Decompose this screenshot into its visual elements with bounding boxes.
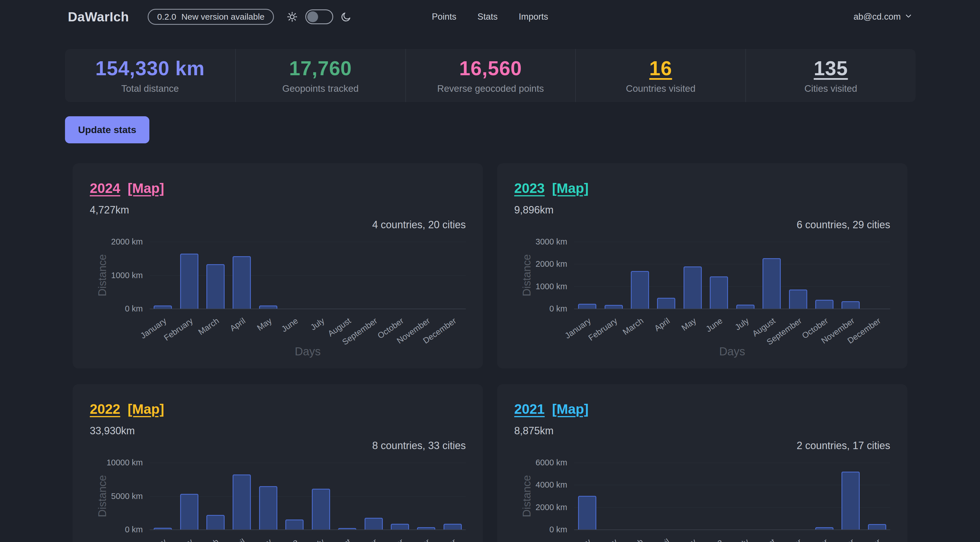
year-card-2022: 2022 [Map] 33,930km 8 countries, 33 citi…	[73, 384, 483, 542]
gridline	[574, 308, 890, 309]
x-tick-label: May	[255, 316, 274, 332]
x-tick-label: May	[680, 316, 698, 332]
stat-label-countries-visited: Countries visited	[626, 83, 695, 94]
x-axis-title: Days	[719, 345, 745, 358]
bar-chart-2022: 0 km5000 km10000 kmJanuaryFebruaryMarchA…	[90, 458, 466, 542]
bar	[285, 520, 304, 529]
bar	[232, 474, 251, 529]
year-link-2023[interactable]: 2023	[514, 180, 545, 196]
x-tick-label: August	[751, 537, 777, 542]
bar	[154, 528, 172, 529]
update-stats-button[interactable]: Update stats	[65, 116, 150, 143]
stat-total-distance: 154,330 km Total distance	[65, 49, 235, 102]
y-axis-title: Distance	[521, 475, 533, 517]
gridline	[574, 529, 890, 530]
year-link-2022[interactable]: 2022	[90, 401, 120, 417]
bar	[684, 267, 702, 308]
x-axis-title: Days	[295, 345, 321, 358]
stat-value-reverse-geocoded: 16,560	[459, 57, 522, 80]
bar	[815, 527, 834, 529]
stat-reverse-geocoded: 16,560 Reverse geocoded points	[405, 49, 576, 102]
year-countries-cities: 4 countries, 20 cities	[90, 219, 466, 231]
stat-value-total-distance: 154,330 km	[95, 57, 205, 80]
x-tick-label: May	[680, 537, 698, 542]
y-tick-label: 6000 km	[514, 458, 567, 467]
bar	[259, 486, 277, 529]
year-link-2024[interactable]: 2024	[90, 180, 120, 196]
moon-icon	[340, 11, 352, 22]
gridline	[574, 242, 890, 242]
stat-value-cities-visited[interactable]: 135	[814, 57, 848, 80]
stat-value-countries-visited[interactable]: 16	[649, 57, 672, 80]
version-badge[interactable]: 0.2.0 New version available	[148, 9, 274, 25]
bar	[842, 472, 860, 529]
y-tick-label: 2000 km	[90, 237, 143, 246]
bar	[180, 254, 198, 308]
year-link-2021[interactable]: 2021	[514, 401, 545, 417]
x-tick-label: April	[228, 316, 247, 333]
bar-chart-2021: 0 km2000 km4000 km6000 kmJanuaryFebruary…	[514, 458, 890, 542]
map-link-2021[interactable]: [Map]	[552, 401, 589, 417]
x-tick-label: July	[309, 316, 326, 332]
main-nav: Points Stats Imports	[432, 12, 548, 22]
x-tick-label: October	[800, 537, 829, 542]
nav-points[interactable]: Points	[432, 12, 457, 22]
stat-label-reverse-geocoded: Reverse geocoded points	[437, 83, 544, 94]
version-number: 0.2.0	[157, 12, 176, 22]
x-tick-label: June	[704, 316, 724, 334]
bar	[842, 301, 860, 308]
bar	[180, 494, 198, 529]
gridline	[574, 286, 890, 287]
year-countries-cities: 2 countries, 17 cities	[514, 440, 890, 452]
bar	[789, 289, 807, 308]
nav-imports[interactable]: Imports	[519, 12, 548, 22]
gridline	[574, 463, 890, 463]
bar	[391, 524, 409, 529]
x-tick-label: April	[653, 537, 671, 542]
bar	[762, 258, 781, 308]
x-tick-label: January	[563, 537, 593, 542]
y-tick-label: 0 km	[514, 304, 567, 313]
bar	[868, 524, 886, 529]
year-card-2024: 2024 [Map] 4,727km 4 countries, 20 citie…	[73, 163, 483, 369]
user-menu[interactable]: ab@cd.com	[853, 12, 912, 22]
x-tick-label: April	[653, 316, 671, 333]
x-tick-label: February	[587, 537, 619, 542]
year-distance: 9,896km	[514, 204, 890, 216]
stat-label-total-distance: Total distance	[121, 83, 179, 94]
year-distance: 8,875km	[514, 425, 890, 437]
bar	[578, 496, 596, 529]
bar-chart-2024: 0 km1000 km2000 kmJanuaryFebruaryMarchAp…	[90, 237, 466, 357]
year-countries-cities: 8 countries, 33 cities	[90, 440, 466, 452]
x-tick-label: February	[587, 316, 619, 343]
chevron-down-icon	[905, 12, 912, 22]
map-link-2023[interactable]: [Map]	[552, 180, 589, 196]
x-tick-label: June	[280, 316, 300, 334]
x-tick-label: June	[704, 537, 724, 542]
stat-label-geopoints: Geopoints tracked	[282, 83, 359, 94]
x-tick-label: February	[162, 537, 195, 542]
y-tick-label: 0 km	[514, 525, 567, 534]
y-axis-title: Distance	[96, 475, 108, 517]
map-link-2022[interactable]: [Map]	[128, 401, 164, 417]
stat-cities-visited: 135 Cities visited	[745, 49, 916, 102]
gridline	[150, 308, 466, 309]
year-cards-grid: 2024 [Map] 4,727km 4 countries, 20 citie…	[73, 163, 907, 542]
x-tick-label: July	[309, 537, 326, 542]
gridline	[574, 264, 890, 264]
theme-toggle[interactable]	[305, 10, 333, 24]
stat-value-geopoints: 17,760	[289, 57, 352, 80]
bar	[710, 277, 728, 308]
version-message: New version available	[181, 12, 264, 22]
bar-chart-2023: 0 km1000 km2000 km3000 kmJanuaryFebruary…	[514, 237, 890, 357]
x-tick-label: July	[733, 316, 751, 332]
bar	[578, 304, 596, 308]
x-tick-label: March	[621, 316, 645, 337]
bar	[364, 518, 383, 529]
user-email: ab@cd.com	[853, 12, 901, 22]
year-countries-cities: 6 countries, 29 cities	[514, 219, 890, 231]
x-tick-label: October	[376, 537, 405, 542]
bar	[631, 271, 649, 308]
map-link-2024[interactable]: [Map]	[128, 180, 164, 196]
nav-stats[interactable]: Stats	[477, 12, 498, 22]
